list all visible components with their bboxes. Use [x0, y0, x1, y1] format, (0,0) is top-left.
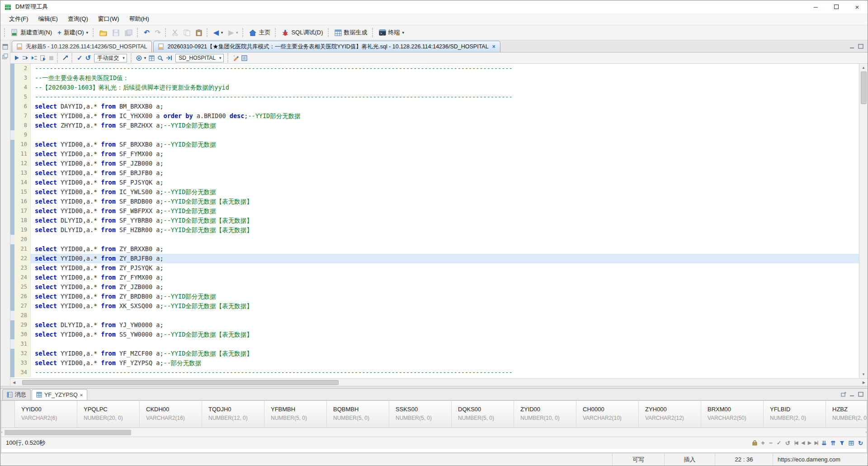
lock-icon[interactable]	[752, 440, 757, 446]
scroll-left-icon[interactable]: ◀	[10, 380, 18, 385]
grid-column-header[interactable]: YPQLPCNUMBER(20, 0)	[77, 401, 140, 428]
goto-button[interactable]	[165, 54, 174, 62]
restore-panel-icon[interactable]	[2, 53, 8, 59]
code-line[interactable]: 3--一些主要业务表相关医院ID值：	[10, 73, 859, 83]
grid-column-header[interactable]: ZYH000VARCHAR2(12)	[639, 401, 701, 428]
maximize-window-button[interactable]	[826, 0, 847, 13]
grid-column-header[interactable]: CH0000VARCHAR2(10)	[576, 401, 639, 428]
vertical-scroll-thumb[interactable]	[861, 71, 867, 104]
save-button[interactable]	[110, 28, 122, 38]
redo-button[interactable]: ↷	[152, 28, 164, 37]
open-button[interactable]	[97, 28, 110, 38]
new-button[interactable]: + 新建(O) ▾	[55, 27, 91, 38]
code-line[interactable]: 14select YYID00,a.* from SF_PJSYQK a;	[10, 178, 859, 187]
code-line[interactable]: 12select YYID00,a.* from SF_JZB000 a;	[10, 159, 859, 168]
scroll-left-icon[interactable]: ‹	[1, 428, 3, 436]
code-line[interactable]: 21select YYID00,a.* from ZY_BRXXB0 a;	[10, 244, 859, 254]
add-row-icon[interactable]: +	[761, 440, 765, 446]
code-line[interactable]: 10select YYID00,a.* from SF_BRXXB0 a;--Y…	[10, 140, 859, 149]
save-all-button[interactable]	[122, 28, 135, 38]
code-line[interactable]: 30select YYID00,a.* from SS_YW0000 a;--Y…	[10, 330, 859, 339]
grid-column-header[interactable]: HZBZNUMBER(2, 0)	[826, 401, 867, 428]
back-button[interactable]: ◀▾	[211, 28, 226, 37]
home-button[interactable]: 主页	[246, 27, 273, 38]
code-line[interactable]: 11select YYID00,a.* from SF_FYMX00 a;	[10, 149, 859, 159]
minimize-window-button[interactable]: ─	[805, 0, 826, 13]
paste-button[interactable]	[193, 28, 205, 38]
code-line[interactable]: 34--------------------------------------…	[10, 368, 859, 377]
code-line[interactable]: 17select YYID00,a.* from SF_WBFPXX a;--Y…	[10, 206, 859, 216]
grid-horizontal-scrollbar[interactable]: ‹ ›	[1, 428, 867, 437]
sql-editor[interactable]: 2---------------------------------------…	[10, 64, 859, 378]
new-query-button[interactable]: 新建查询(N)	[8, 27, 55, 38]
execute-script-button[interactable]	[39, 54, 47, 62]
execute-next-statement-button[interactable]	[21, 54, 30, 62]
menu-item-4[interactable]: 帮助(H)	[124, 13, 154, 25]
code-line[interactable]: 32select YYID00,a.* from YF_MZCF00 a;--Y…	[10, 349, 859, 358]
grid-column-header[interactable]: SSKS00NUMBER(5, 0)	[389, 401, 452, 428]
code-line[interactable]: 27select YYID00,a.* from XK_SXSQ00 a;--Y…	[10, 301, 859, 311]
scroll-right-icon[interactable]: ›	[865, 428, 867, 436]
sql-assistant-button[interactable]	[156, 54, 165, 62]
refresh-icon[interactable]: ↻	[858, 440, 863, 446]
code-line[interactable]: 7select YYID00,a.* from IC_YHXX00 a orde…	[10, 111, 859, 121]
code-line[interactable]: 2---------------------------------------…	[10, 64, 859, 73]
scroll-right-icon[interactable]: ▶	[860, 380, 868, 385]
menu-item-1[interactable]: 编辑(E)	[33, 13, 63, 25]
next-page-icon[interactable]: ▶	[808, 441, 811, 445]
restore-navigator-icon[interactable]	[2, 44, 8, 50]
code-line[interactable]: 22select YYID00,a.* from ZY_BRJFB0 a;	[10, 254, 859, 263]
schema-select[interactable]: SD_HOSPITAL ▾	[175, 54, 223, 62]
grid-scroll-thumb[interactable]	[5, 430, 131, 435]
fetch-more-icon[interactable]: ⇊	[821, 440, 826, 446]
horizontal-scroll-thumb[interactable]	[22, 380, 339, 385]
maximize-panel-icon[interactable]	[858, 392, 863, 397]
revert-changes-icon[interactable]: ↺	[785, 440, 790, 446]
fetch-all-icon[interactable]: ⇈	[830, 440, 835, 446]
grid-column-header[interactable]: TQDJH0NUMBER(12, 0)	[202, 401, 264, 428]
detach-panel-icon[interactable]	[841, 392, 846, 397]
code-line[interactable]: 6select DAYYID,a.* from BM_BRXXB0 a;	[10, 102, 859, 111]
forward-button[interactable]: ▶▾	[226, 28, 241, 37]
code-line[interactable]: 26select YYID00,a.* from ZY_BRDB00 a;--Y…	[10, 292, 859, 301]
grid-column-header[interactable]: BRXM00VARCHAR2(50)	[701, 401, 764, 428]
code-line[interactable]: 24select YYID00,a.* from ZY_FYMX00 a;	[10, 273, 859, 282]
grid-column-header[interactable]: YYID00VARCHAR2(6)	[15, 401, 77, 428]
grid-column-header[interactable]: CKDH00VARCHAR2(16)	[140, 401, 202, 428]
last-page-icon[interactable]: ▶|	[815, 441, 818, 445]
code-line[interactable]: 25select YYID00,a.* from ZY_JZB000 a;	[10, 282, 859, 292]
code-line[interactable]: 29select DLYYID,a.* from YJ_YW0000 a;	[10, 320, 859, 330]
menu-item-2[interactable]: 查询(Q)	[63, 13, 93, 25]
code-line[interactable]: 20	[10, 235, 859, 244]
minimize-editor-icon[interactable]	[849, 44, 855, 49]
export-icon[interactable]	[849, 441, 854, 446]
code-line[interactable]: 15select YYID00,a.* from IC_YWLS00 a;--Y…	[10, 187, 859, 197]
stop-button[interactable]	[47, 55, 55, 62]
terminal-button[interactable]: >_ 终端 ▾	[376, 27, 407, 38]
scroll-up-icon[interactable]: ▲	[862, 64, 865, 71]
format-sql-button[interactable]	[231, 54, 240, 62]
first-page-icon[interactable]: |◀	[794, 441, 797, 445]
sql-debug-button[interactable]: SQL调试(D)	[279, 27, 326, 38]
code-line[interactable]: 31	[10, 339, 859, 349]
rollback-button[interactable]: ↺	[84, 54, 93, 62]
maximize-editor-icon[interactable]	[858, 44, 863, 49]
grid-column-header[interactable]: DQKS00NUMBER(5, 0)	[452, 401, 514, 428]
editor-vertical-scrollbar[interactable]: ▲ ▼	[859, 64, 868, 378]
code-line[interactable]: 5---------------------------------------…	[10, 92, 859, 102]
messages-tab[interactable]: 消息	[2, 389, 31, 400]
code-line[interactable]: 8select ZHYYID,a.* from SF_BRZHXX a;--YY…	[10, 121, 859, 130]
close-tab-icon[interactable]: ×	[80, 392, 83, 398]
code-line[interactable]: 13select YYID00,a.* from SF_BRJFB0 a;	[10, 168, 859, 178]
code-line[interactable]: 18select DLYYID,a.* from SF_YYBRB0 a;--Y…	[10, 216, 859, 225]
execute-from-cursor-button[interactable]	[30, 54, 39, 62]
delete-row-icon[interactable]: −	[769, 440, 773, 446]
minimize-panel-icon[interactable]	[849, 392, 855, 397]
editor-tab-active[interactable]: SQL 20260310-0921【★集团化医院共库模式：一些主要业务表相关医院…	[153, 41, 500, 52]
data-gen-button[interactable]: 数据生成	[332, 27, 370, 38]
explain-plan-button[interactable]	[147, 54, 156, 62]
commit-mode-select[interactable]: 手动提交 ▾	[94, 54, 127, 62]
filter-icon[interactable]	[840, 441, 844, 446]
editor-horizontal-scrollbar[interactable]: ◀ ▶	[10, 378, 868, 386]
terminate-button[interactable]	[61, 54, 70, 62]
